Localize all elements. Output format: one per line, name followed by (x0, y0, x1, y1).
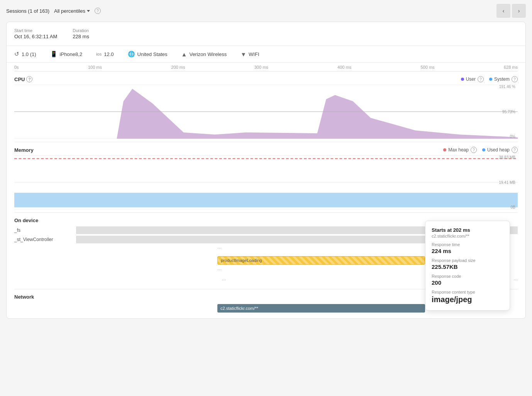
device-item-carrier: ▲ Verizon Wireless (181, 51, 227, 58)
tooltip-response-code-label: Response code (432, 274, 503, 279)
network-bar-label: c2.staticflickr.com/** (220, 306, 258, 311)
tooltip-response-time-label: Response time (432, 242, 503, 247)
tooltip-response-time: Response time 224 ms (432, 242, 503, 254)
tooltip-response-code: Response code 200 (432, 274, 503, 286)
used-heap-bar (14, 193, 518, 207)
globe-icon: 🌐 (128, 51, 135, 58)
device-item-version: ↺ 1.0 (1) (14, 51, 36, 58)
session-info: Start time Oct 16, 6:32:11 AM Duration 2… (7, 22, 525, 46)
next-button[interactable]: › (512, 4, 526, 18)
max-heap-dot (443, 148, 446, 151)
device-version: 1.0 (1) (22, 51, 36, 57)
tooltip-payload: Response payload size 225.57KB (432, 258, 503, 270)
tooltip-response-time-value: 224 ms (432, 248, 503, 254)
used-heap-help-icon[interactable]: ? (512, 147, 518, 153)
tooltip-content-type-label: Response content type (432, 290, 503, 294)
cpu-y-top: 191.46 % (499, 85, 515, 89)
tooltip-content-type-value: image/jpeg (432, 295, 503, 304)
device-item-model: 📱 iPhone8,2 (50, 51, 83, 58)
duration-group: Duration 228 ms (73, 28, 89, 39)
memory-y-bot: 0B (499, 205, 515, 209)
legend-max-heap: Max heap ? (443, 147, 477, 153)
memory-y-labels: 38.83 MB 19.41 MB 0B (499, 155, 516, 209)
cpu-help-icon[interactable]: ? (26, 76, 32, 82)
cpu-y-mid: 95.73% (499, 110, 515, 114)
tooltip-card: Starts at 202 ms c2.staticflickr.com/** … (425, 221, 510, 311)
tooltip-content-type: Response content type image/jpeg (432, 290, 503, 304)
memory-chart-container: 38.83 MB 19.41 MB 0B (14, 155, 518, 209)
legend-user: User ? (461, 76, 484, 82)
tooltip-response-code-value: 200 (432, 279, 503, 286)
network-bar[interactable]: c2.staticflickr.com/** (217, 304, 425, 313)
ios-icon: ios (96, 52, 102, 56)
start-time-value: Oct 16, 6:32:11 AM (14, 34, 57, 39)
legend-system: System ? (489, 76, 518, 82)
memory-chart-svg (14, 155, 518, 209)
cpu-y-labels: 191.46 % 95.73% 0% (499, 85, 516, 139)
product-image-loading-label: productImageLoading (221, 258, 262, 263)
duration-value: 228 ms (73, 34, 89, 39)
device-network: WIFI (249, 51, 259, 57)
chevron-down-icon (87, 10, 90, 12)
user-label: User (466, 76, 476, 82)
percentile-dropdown[interactable]: All percentiles (54, 8, 90, 14)
max-heap-help-icon[interactable]: ? (471, 147, 477, 153)
timeline-ruler: 0s 100 ms 200 ms 300 ms 400 ms 500 ms 62… (7, 63, 525, 71)
wifi-icon: ▼ (241, 51, 246, 58)
memory-legend: Max heap ? Used heap ? (443, 147, 518, 153)
system-help-icon[interactable]: ? (512, 76, 518, 82)
used-heap-dot (482, 148, 485, 151)
cpu-chart-svg (14, 85, 518, 139)
nav-buttons: ‹ › (496, 4, 526, 18)
tick-628: 628 ms (504, 65, 518, 70)
cpu-title: CPU ? (14, 76, 32, 82)
cpu-user-path (117, 89, 518, 139)
main-card: Start time Oct 16, 6:32:11 AM Duration 2… (6, 22, 526, 319)
user-dot (461, 78, 464, 81)
device-info: ↺ 1.0 (1) 📱 iPhone8,2 ios 12.0 🌐 United … (7, 46, 525, 63)
memory-section: Memory Max heap ? Used heap ? (7, 142, 525, 213)
tooltip-subtitle: c2.staticflickr.com/** (432, 234, 503, 238)
cpu-y-bot: 0% (499, 134, 515, 139)
dots-right[interactable]: ··· (513, 277, 518, 282)
memory-y-top: 38.83 MB (499, 155, 515, 160)
tick-100: 100 ms (88, 65, 102, 70)
st-view-label: _st_ViewController (14, 237, 76, 242)
help-icon[interactable]: ? (95, 8, 101, 14)
sessions-label: Sessions (1 of 163) (6, 8, 49, 14)
device-model: iPhone8,2 (60, 51, 83, 57)
system-label: System (494, 76, 510, 82)
cpu-section-header: CPU ? User ? System ? (14, 76, 518, 82)
device-country: United States (137, 51, 168, 57)
start-time-label: Start time (14, 28, 57, 33)
tooltip-payload-label: Response payload size (432, 258, 503, 263)
percentile-label: All percentiles (54, 8, 85, 14)
st-view-bar (76, 236, 451, 243)
device-os: 12.0 (104, 51, 114, 57)
tick-200: 200 ms (171, 65, 185, 70)
used-heap-label: Used heap (487, 147, 510, 153)
device-item-country: 🌐 United States (128, 51, 168, 58)
cpu-chart-container: 191.46 % 95.73% 0% (14, 85, 518, 139)
product-image-loading-bar[interactable]: productImageLoading (217, 256, 425, 265)
legend-used-heap: Used heap ? (482, 147, 518, 153)
prev-button[interactable]: ‹ (496, 4, 510, 18)
user-help-icon[interactable]: ? (478, 76, 484, 82)
signal-icon: ▲ (181, 51, 187, 58)
device-item-os: ios 12.0 (96, 51, 114, 57)
fs-label: _fs (14, 228, 76, 233)
tooltip-payload-value: 225.57KB (432, 263, 503, 270)
cpu-legend: User ? System ? (461, 76, 518, 82)
device-item-network: ▼ WIFI (241, 51, 259, 58)
device-carrier: Verizon Wireless (189, 51, 227, 57)
tick-500: 500 ms (421, 65, 435, 70)
dots-3[interactable]: ··· (222, 277, 226, 282)
cpu-section: CPU ? User ? System ? (7, 71, 525, 142)
tooltip-title: Starts at 202 ms (432, 227, 503, 233)
ruler-ticks: 0s 100 ms 200 ms 300 ms 400 ms 500 ms 62… (14, 65, 518, 71)
dots-1[interactable]: ··· (217, 245, 222, 251)
dots-2[interactable]: ··· (217, 267, 222, 272)
tick-300: 300 ms (254, 65, 268, 70)
on-device-section: On device _fs _st_ViewController ··· (7, 213, 525, 289)
start-time-group: Start time Oct 16, 6:32:11 AM (14, 28, 57, 39)
